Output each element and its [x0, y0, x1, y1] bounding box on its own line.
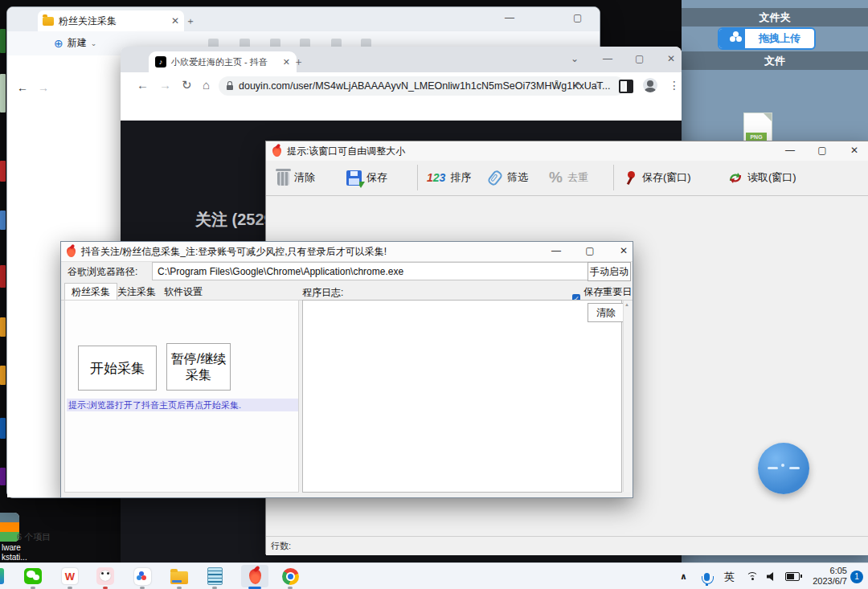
manual-start-button[interactable]: 手动启动: [588, 262, 631, 281]
tab-follow-collect[interactable]: 关注采集: [111, 284, 162, 300]
pause-resume-button[interactable]: 暂停/继续 采集: [166, 343, 231, 391]
clear-button[interactable]: 清除: [277, 166, 315, 190]
sort-123-icon: 123: [427, 171, 445, 184]
drag-upload-button[interactable]: 拖拽上传: [718, 27, 816, 50]
tab-search-icon[interactable]: ⌄: [571, 53, 579, 64]
dedup-button[interactable]: % 去重: [549, 166, 588, 190]
collector-app-flame-icon[interactable]: [244, 567, 265, 586]
vmware-label: kstati...: [2, 553, 27, 562]
maximize-icon[interactable]: ▢: [583, 245, 596, 256]
dialog-tab-strip: 粉丝采集 关注采集 软件设置 程序日志: ✓ 保存重要日志: [61, 283, 633, 301]
time-label: 6:05: [805, 566, 847, 576]
explorer-tab[interactable]: 粉丝关注采集 ✕: [38, 10, 184, 31]
desktop-icon-sliver: [0, 29, 6, 53]
back-icon[interactable]: ←: [137, 78, 149, 92]
tray-chevron-icon[interactable]: ∧: [680, 563, 687, 589]
tool-title-bar: 提示:该窗口可自由调整大小 — ▢ ✕: [266, 141, 868, 162]
panda-app-icon[interactable]: [95, 567, 116, 586]
bookmark-star-icon[interactable]: ☆: [592, 79, 602, 91]
ime-indicator[interactable]: 英: [724, 563, 735, 589]
maximize-icon[interactable]: ▢: [573, 12, 582, 23]
close-icon[interactable]: ✕: [667, 53, 675, 64]
dedup-label: 去重: [567, 170, 588, 185]
wps-icon[interactable]: W: [59, 567, 80, 586]
tool-window-title: 提示:该窗口可自由调整大小: [287, 145, 405, 158]
close-icon[interactable]: ✕: [848, 145, 861, 156]
file-explorer-icon[interactable]: [169, 567, 190, 586]
save-window-button[interactable]: 保存(窗口): [624, 166, 691, 190]
desktop-icon-sliver: [0, 366, 6, 385]
close-tab-icon[interactable]: ✕: [283, 57, 290, 67]
microphone-icon[interactable]: [704, 563, 710, 589]
browser-tab-strip: ♪ 小欣爱赶海的主页 - 抖音 ✕ ＋ ⌄ — ▢ ✕: [121, 47, 682, 72]
menu-kebab-icon[interactable]: ⋮: [669, 79, 680, 92]
forward-icon[interactable]: →: [159, 78, 171, 92]
filter-button[interactable]: 筛选: [488, 166, 528, 190]
address-bar[interactable]: douyin.com/user/MS4wLjABAAAAyvN_LMEOnliw…: [219, 76, 625, 96]
back-icon[interactable]: ←: [17, 81, 28, 94]
notification-badge[interactable]: 1: [850, 563, 863, 589]
battery-icon[interactable]: [785, 563, 800, 589]
clear-log-button[interactable]: 清除: [588, 303, 624, 322]
save-window-label: 保存(窗口): [642, 170, 691, 185]
browser-tab[interactable]: ♪ 小欣爱赶海的主页 - 抖音 ✕: [149, 51, 297, 72]
taskbar-icon-partial[interactable]: [0, 568, 4, 584]
plus-circle-icon: ⊕: [54, 38, 63, 49]
save-button[interactable]: 保存: [346, 166, 387, 190]
bookmarks-bar: [121, 100, 682, 121]
start-collect-button[interactable]: 开始采集: [78, 346, 157, 391]
new-tab-icon[interactable]: ＋: [293, 55, 304, 69]
notepad-icon[interactable]: [204, 567, 225, 586]
speaker-icon[interactable]: [767, 563, 777, 589]
read-window-button[interactable]: 读取(窗口): [728, 166, 796, 190]
program-log-area[interactable]: [302, 300, 622, 493]
share-icon[interactable]: ↗: [572, 79, 581, 91]
forward-icon[interactable]: →: [38, 81, 49, 94]
maximize-icon[interactable]: ▢: [635, 53, 644, 64]
chrome-icon[interactable]: [280, 567, 301, 586]
floating-assist-ball[interactable]: [758, 443, 809, 494]
new-tab-icon[interactable]: ＋: [186, 14, 195, 28]
explorer-tab-bar: 粉丝关注采集 ✕ ＋ — ▢: [7, 7, 600, 31]
collector-dialog: 抖音关注/粉丝信息采集_注:登录账号可减少风控,只有登录后才可以采集! — ▢ …: [60, 241, 633, 498]
wechat-icon[interactable]: [23, 567, 43, 586]
clock[interactable]: 6:05 2023/6/7: [805, 563, 847, 589]
close-icon[interactable]: ✕: [617, 245, 630, 256]
pause-label-line2: 采集: [186, 367, 211, 383]
row-count-label: 行数:: [271, 540, 291, 552]
netdisk-icon[interactable]: [132, 567, 153, 586]
home-icon[interactable]: ⌂: [203, 78, 210, 92]
sort-button[interactable]: 123 排序: [427, 166, 471, 190]
percent-icon: %: [549, 169, 563, 186]
tab-software-settings[interactable]: 软件设置: [158, 284, 209, 300]
divider: [417, 165, 418, 190]
close-tab-icon[interactable]: ✕: [171, 15, 179, 27]
upload-file-label: 文件: [764, 54, 785, 68]
side-panel-icon[interactable]: [619, 80, 633, 93]
wifi-icon[interactable]: [746, 563, 759, 589]
minimize-icon[interactable]: —: [550, 245, 563, 256]
pause-label-line1: 暂停/继续: [171, 351, 226, 367]
download-icon[interactable]: ⇩: [552, 79, 561, 91]
new-button[interactable]: ⊕ 新建 ⌄: [54, 36, 96, 50]
explorer-tab-title: 粉丝关注采集: [59, 14, 117, 28]
chrome-path-input[interactable]: C:\Program Files\Google\Chrome\Applicati…: [152, 262, 589, 280]
new-button-label: 新建: [68, 36, 87, 50]
log-scrollbar[interactable]: [623, 301, 631, 492]
filter-label: 筛选: [507, 170, 528, 185]
taskbar: W ∧ 英 6:05 2023/6/7 1: [0, 562, 868, 589]
tool-status-bar: 行数:: [266, 536, 868, 555]
minimize-icon[interactable]: —: [505, 12, 514, 23]
desktop-icon-sliver: [0, 317, 6, 337]
tab-fans-collect[interactable]: 粉丝采集: [64, 283, 117, 301]
reload-icon[interactable]: ↻: [182, 78, 192, 92]
maximize-icon[interactable]: ▢: [816, 145, 829, 156]
profile-avatar[interactable]: [643, 78, 657, 92]
desktop-icon-sliver: [0, 265, 6, 288]
minimize-icon[interactable]: —: [603, 53, 612, 64]
desktop-icon-sliver: [0, 211, 6, 230]
read-window-label: 读取(窗口): [747, 170, 796, 185]
explorer-item-count: 6 个项目: [17, 531, 51, 543]
app-flame-icon: [67, 247, 76, 257]
minimize-icon[interactable]: —: [784, 145, 796, 156]
